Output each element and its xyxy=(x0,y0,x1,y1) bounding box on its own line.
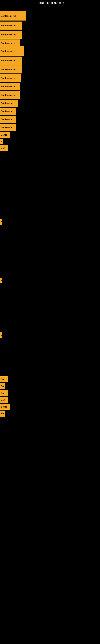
bar-item: Bottleneck re xyxy=(0,83,20,90)
site-title: TheBottlenecker.com xyxy=(0,0,100,5)
bar-item: Bottle xyxy=(0,132,10,138)
bar-item: Bottleneck re xyxy=(0,91,20,99)
bar-item: B xyxy=(0,219,2,225)
bar-item: Bottleneck re xyxy=(0,46,24,56)
bar-item: Bott xyxy=(0,397,8,403)
bar-item: Bottleneck re xyxy=(0,56,22,64)
bar-item: Bottleneck xyxy=(0,124,16,131)
bar-item: B xyxy=(0,332,2,338)
bar-item: Bottleneck re xyxy=(0,66,22,74)
bar-item: Bo xyxy=(0,383,5,389)
bar-item: Bottleneck re xyxy=(0,40,20,47)
bar-item: Bottle xyxy=(0,404,10,410)
bar-item: Bott xyxy=(0,390,8,396)
bar-item: Bottleneck re xyxy=(0,74,21,82)
bar-item: Bo xyxy=(0,410,5,416)
bar-item: Bott xyxy=(0,145,8,151)
bar-item: Bott xyxy=(0,376,8,382)
bar-item: Bottleneck res xyxy=(0,22,22,30)
bar-item: B xyxy=(0,278,2,283)
bar-item: Bottleneck r xyxy=(0,100,18,107)
bar-item: Bottleneck xyxy=(0,116,16,123)
bar-item: Bottleneck xyxy=(0,108,16,115)
bar-item: Bottleneck res xyxy=(0,30,22,39)
bar-item: Bottleneck res xyxy=(0,11,26,20)
bar-item: B xyxy=(0,139,3,144)
